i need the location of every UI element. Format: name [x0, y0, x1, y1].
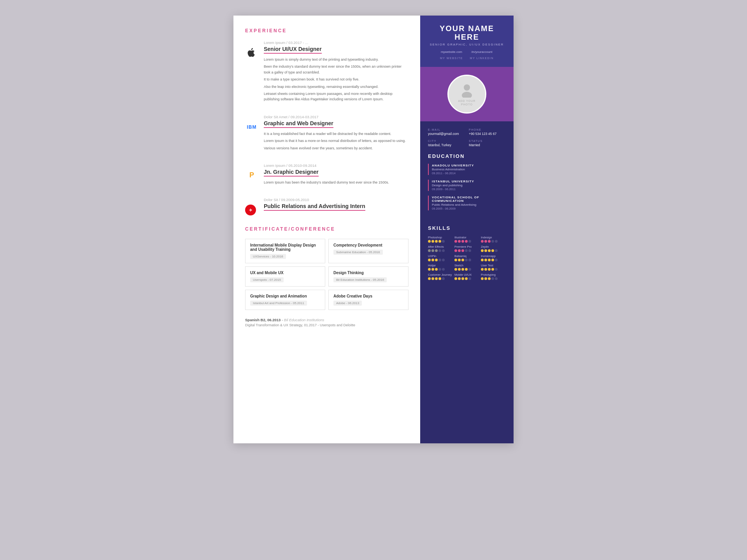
- skill-dots: [454, 268, 479, 271]
- skill-dots: [454, 277, 479, 280]
- exp-title: Public Relations and Advertising Intern: [264, 203, 365, 211]
- skill-item: UXPin: [428, 254, 453, 261]
- skill-dots: [454, 240, 479, 243]
- edu-school: ISTANBUL UNIVERSITY: [432, 180, 506, 183]
- dot-filled: [435, 277, 438, 280]
- city-label: CITY: [428, 140, 465, 142]
- skill-name: Invisionapp: [481, 254, 506, 258]
- skill-dots: [454, 259, 479, 261]
- dot-filled: [438, 277, 441, 280]
- skill-name: Indesign: [481, 236, 506, 239]
- dot-empty: [442, 268, 445, 271]
- education-item: ANADOLU UNIVERSITY Business Administrati…: [428, 164, 506, 175]
- dot-filled: [428, 249, 431, 252]
- language-school: Bil Education Institutions: [284, 318, 324, 322]
- dot-filled: [458, 259, 461, 261]
- edu-school: VOCATIONAL SCHOOL OF COMMUNICATION: [432, 196, 506, 203]
- dot-filled: [458, 277, 461, 280]
- photo-circle: ADD YOUR PHOTO: [447, 75, 486, 114]
- photo-section: ADD YOUR PHOTO: [420, 67, 514, 121]
- dot-filled: [488, 240, 491, 243]
- dot-filled: [481, 259, 484, 261]
- skill-name: Photoshop: [428, 236, 453, 239]
- cert-card: Graphic Design and Animation Istanbul Ar…: [245, 290, 325, 310]
- skill-item: Photoshop: [428, 236, 453, 243]
- exp-logo: [245, 40, 258, 104]
- experience-item: IBM Dolor Sit Amet / 09.2014-03.2017 Gra…: [245, 115, 409, 152]
- skill-name: Sketch: [454, 264, 479, 267]
- cert-title: CERTIFICATE/CONFERENCE: [245, 226, 409, 232]
- exp-title: Senior UI/UX Designer: [264, 46, 322, 54]
- skills-grid: Photoshop Illustrator Indesign After Eff…: [428, 236, 506, 280]
- dot-filled: [488, 277, 491, 280]
- contact-section: E-MAIL yourmail@gmail.com PHONE +90 534 …: [420, 121, 514, 219]
- dot-empty: [442, 277, 445, 280]
- skill-name: User Test: [481, 264, 506, 267]
- skill-item: After Effects: [428, 245, 453, 252]
- exp-desc: Lorem Ipsum has been the industry's stan…: [264, 180, 389, 185]
- cert-card: International Mobile Display Design and …: [245, 239, 325, 263]
- dot-filled: [488, 268, 491, 271]
- skill-name: After Effects: [428, 245, 453, 248]
- skill-item: User Test: [481, 264, 506, 271]
- skill-name: Customer Journey: [428, 273, 453, 276]
- skill-dots: [428, 249, 453, 252]
- skill-dots: [481, 268, 506, 271]
- linkedin-link: /in/youraccount MY LINKEDIN: [470, 50, 494, 61]
- dot-filled: [481, 268, 484, 271]
- email-value: yourmail@gmail.com: [428, 132, 465, 136]
- website-url: mywebsite.com: [440, 50, 463, 54]
- skill-name: Prototyping: [481, 273, 506, 276]
- cert-badge: Bil Education Institutions - 05.2016: [333, 277, 387, 282]
- experience-item: P Lorem Ipsum / 05.2010-09.2014 Jn. Grap…: [245, 163, 409, 187]
- dot-filled: [461, 268, 464, 271]
- skill-item: Sketch: [454, 264, 479, 271]
- exp-logo: ✈: [245, 198, 258, 215]
- skill-item: Hotjar: [428, 264, 453, 271]
- dot-filled: [454, 277, 457, 280]
- cert-card: Adobe Creative Days Adobe - 06.2013: [328, 290, 409, 310]
- cert-badge: Adobe - 06.2013: [333, 301, 362, 306]
- status-field: STATUS Married: [469, 140, 506, 147]
- email-label: E-MAIL: [428, 128, 465, 131]
- exp-desc: Lorem Ipsum is simply dummy text of the …: [264, 57, 409, 102]
- dot-filled: [491, 259, 494, 261]
- skill-dots: [428, 240, 453, 243]
- edu-dates: 09.2005 - 06.2009: [432, 207, 506, 210]
- exp-content: Lorem Ipsum / 03.2017 - ... Senior UI/UX…: [264, 40, 409, 104]
- cert-card: Competency Development Submarine Educati…: [328, 239, 409, 263]
- skill-name: Zeplin: [481, 245, 506, 248]
- skill-dots: [428, 259, 453, 261]
- skill-item: Illustrator: [454, 236, 479, 243]
- dot-filled: [431, 240, 434, 243]
- exp-meta: Dolor Sit Amet / 09.2014-03.2017: [264, 115, 406, 119]
- exp-desc: It is a long established fact that a rea…: [264, 131, 406, 151]
- candidate-name: YOUR NAME HERE: [428, 24, 506, 41]
- dot-filled: [431, 277, 434, 280]
- dot-filled: [428, 268, 431, 271]
- skill-item: Premiere Pro: [454, 245, 479, 252]
- exp-content: Dolor Sit Amet / 09.2014-03.2017 Graphic…: [264, 115, 406, 152]
- edu-dates: 09.2009 - 06.2011: [432, 187, 506, 191]
- dot-filled: [454, 268, 457, 271]
- dot-empty: [495, 277, 498, 280]
- dot-filled: [491, 268, 494, 271]
- dot-filled: [461, 249, 464, 252]
- cert-badge: Istanbul Art and Profession - 05.2011: [250, 301, 307, 306]
- education-section: ANADOLU UNIVERSITY Business Administrati…: [428, 164, 506, 210]
- skill-name: UXPin: [428, 254, 453, 258]
- right-header: YOUR NAME HERE SENIOR GRAPHIC, UI/UX DES…: [420, 16, 514, 67]
- cert-badge: UXServices - 10.2016: [250, 254, 286, 259]
- dot-empty: [495, 240, 498, 243]
- experience-item: Lorem Ipsum / 03.2017 - ... Senior UI/UX…: [245, 40, 409, 104]
- right-panel: YOUR NAME HERE SENIOR GRAPHIC, UI/UX DES…: [420, 16, 514, 443]
- edu-school: ANADOLU UNIVERSITY: [432, 164, 506, 167]
- website-label: MY WEBSITE: [440, 57, 463, 60]
- dot-filled: [481, 240, 484, 243]
- skill-dots: [481, 240, 506, 243]
- dot-empty: [495, 268, 498, 271]
- dot-empty: [491, 277, 494, 280]
- dot-empty: [438, 249, 441, 252]
- skills-title: SKILLS: [428, 225, 506, 231]
- skill-item: Zeplin: [481, 245, 506, 252]
